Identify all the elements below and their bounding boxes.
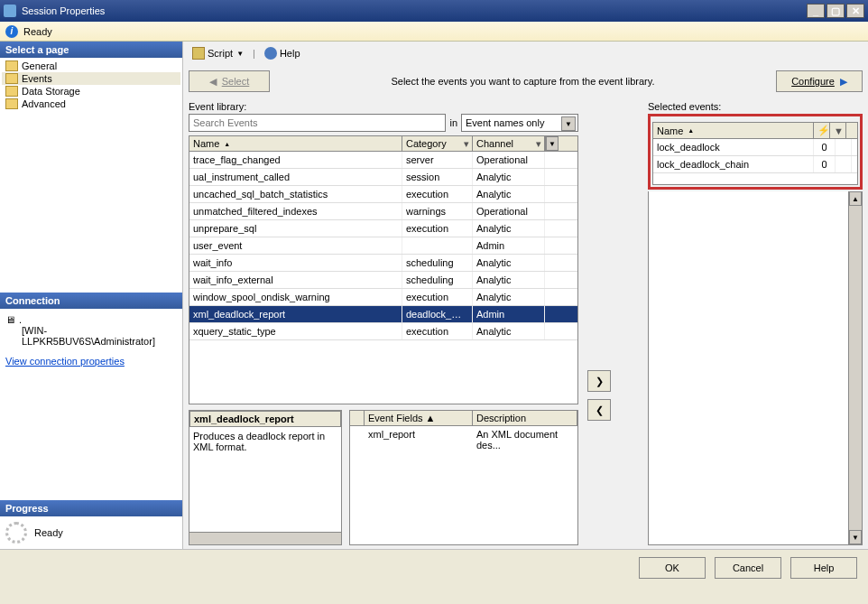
library-row[interactable]: ual_instrument_calledsessionAnalytic — [189, 169, 577, 186]
progress-text: Ready — [34, 527, 63, 538]
progress-header: Progress — [0, 500, 182, 516]
nav-label: General — [22, 60, 57, 71]
help-icon — [264, 47, 277, 60]
select-page-header: Select a page — [0, 42, 182, 58]
page-nav: General Events Data Storage Advanced — [0, 58, 182, 112]
page-icon — [5, 98, 18, 109]
script-icon — [192, 47, 205, 60]
nav-data-storage[interactable]: Data Storage — [2, 85, 180, 98]
page-icon — [5, 86, 18, 97]
cancel-button[interactable]: Cancel — [715, 557, 781, 579]
wizard-caption: Select the events you want to capture fr… — [270, 76, 776, 87]
selected-grid-body: lock_deadlock0lock_deadlock_chain0 — [653, 139, 857, 173]
field-check-col — [350, 411, 365, 425]
add-event-button[interactable]: ❯ — [587, 370, 611, 392]
ready-bar: i Ready — [0, 22, 868, 42]
sel-col-filter[interactable]: ▼ — [830, 123, 846, 138]
nav-label: Events — [22, 73, 52, 84]
toolbar: Script ▼ | Help — [189, 45, 863, 61]
minimize-button[interactable]: _ — [807, 4, 825, 18]
library-row[interactable]: trace_flag_changedserverOperational — [189, 152, 577, 169]
sel-col-name[interactable]: Name — [653, 123, 814, 138]
description-text: Produces a deadlock report in XML format… — [193, 431, 337, 452]
spinner-icon — [5, 522, 27, 544]
configure-button[interactable]: Configure▶ — [776, 70, 863, 92]
description-title: xml_deadlock_report — [194, 414, 294, 424]
col-channel[interactable]: Channel▾ — [473, 136, 545, 151]
scope-combo[interactable]: Event names only — [461, 114, 578, 132]
nav-label: Data Storage — [22, 86, 80, 97]
help-dialog-button[interactable]: Help — [790, 557, 857, 579]
nav-events[interactable]: Events — [2, 72, 180, 85]
library-grid-header: Name Category▾ Channel▾ — [189, 136, 577, 152]
description-scrollbar[interactable] — [189, 532, 341, 544]
scope-in-label: in — [449, 117, 457, 128]
event-library-label: Event library: — [189, 101, 578, 112]
lightning-icon: ⚡ — [817, 125, 830, 136]
help-button[interactable]: Help — [261, 45, 304, 61]
progress-box: Ready — [0, 516, 182, 549]
library-scrollbar[interactable] — [545, 136, 559, 151]
server-icon: 🖥 — [5, 314, 15, 325]
selected-row[interactable]: lock_deadlock_chain0 — [653, 156, 857, 173]
library-grid-body: trace_flag_changedserverOperationalual_i… — [189, 152, 577, 404]
connection-box: 🖥. [WIN-LLPKR5BUV6S\Administrator] View … — [0, 309, 182, 500]
search-events-input[interactable] — [189, 114, 446, 132]
nav-label: Advanced — [22, 98, 66, 109]
library-row[interactable]: xquery_static_typeexecutionAnalytic — [189, 323, 577, 340]
connection-string: [WIN-LLPKR5BUV6S\Administrator] — [22, 325, 177, 347]
app-icon — [4, 5, 16, 17]
selected-events-label: Selected events: — [648, 101, 863, 112]
script-label: Script — [208, 48, 233, 59]
funnel-icon: ▼ — [834, 125, 844, 136]
maximize-button[interactable]: ▢ — [826, 4, 845, 18]
help-label: Help — [280, 48, 300, 59]
col-description[interactable]: Description — [473, 411, 577, 425]
selected-scrollbar[interactable] — [848, 191, 862, 544]
library-row[interactable]: user_eventAdmin — [189, 237, 577, 255]
field-row[interactable]: xml_report An XML document des... — [350, 426, 577, 453]
field-desc: An XML document des... — [476, 429, 574, 451]
library-row[interactable]: unprepare_sqlexecutionAnalytic — [189, 220, 577, 237]
close-button[interactable]: ✕ — [846, 4, 864, 18]
remove-event-button[interactable]: ❮ — [587, 399, 611, 421]
selected-row[interactable]: lock_deadlock0 — [653, 139, 857, 156]
ok-button[interactable]: OK — [639, 557, 706, 579]
event-description-box: xml_deadlock_report Produces a deadlock … — [189, 410, 342, 545]
forward-arrow-icon: ▶ — [840, 76, 847, 88]
back-arrow-icon: ◀ — [209, 76, 217, 88]
nav-general[interactable]: General — [2, 60, 180, 72]
view-connection-link[interactable]: View connection properties — [5, 356, 125, 367]
library-row[interactable]: unmatched_filtered_indexeswarningsOperat… — [189, 203, 577, 220]
connection-header: Connection — [0, 293, 182, 309]
titlebar: Session Properties _ ▢ ✕ — [0, 0, 868, 22]
page-icon — [5, 73, 18, 84]
field-name: xml_report — [368, 429, 476, 451]
sel-col-lightning[interactable]: ⚡ — [814, 123, 830, 138]
library-row[interactable]: wait_infoschedulingAnalytic — [189, 255, 577, 272]
library-row[interactable]: xml_deadlock_reportdeadlock_mo...Admin — [189, 306, 577, 323]
col-category[interactable]: Category▾ — [402, 136, 473, 151]
ready-text: Ready — [23, 26, 52, 37]
info-icon: i — [5, 25, 18, 38]
library-row[interactable]: uncached_sql_batch_statisticsexecutionAn… — [189, 186, 577, 203]
selected-grid-header: Name ⚡ ▼ — [653, 123, 857, 139]
col-event-fields[interactable]: Event Fields ▲ — [365, 411, 473, 425]
dialog-buttons: OK Cancel Help — [0, 549, 868, 585]
col-name[interactable]: Name — [189, 136, 402, 151]
script-button[interactable]: Script ▼ — [189, 45, 247, 61]
page-icon — [5, 60, 18, 71]
event-fields-box: Event Fields ▲ Description xml_report An… — [349, 410, 578, 545]
library-row[interactable]: wait_info_externalschedulingAnalytic — [189, 272, 577, 289]
back-select-button[interactable]: ◀Select — [189, 70, 270, 92]
window-title: Session Properties — [22, 5, 105, 16]
library-row[interactable]: window_spool_ondisk_warningexecutionAnal… — [189, 289, 577, 306]
nav-advanced[interactable]: Advanced — [2, 98, 180, 110]
